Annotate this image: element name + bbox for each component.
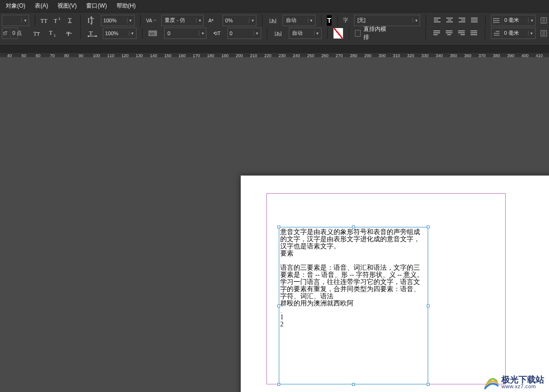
handle-top-right-icon[interactable] [427,225,430,228]
tsume-combo[interactable]: 自动▾ [283,15,315,26]
justify-left-icon[interactable] [431,28,442,39]
justify-right-icon[interactable] [456,28,467,39]
watermark-logo-icon [484,375,499,389]
tracking-combo[interactable]: 0▾ [164,28,206,39]
firstline-indent-field[interactable]: 0 毫米▾ [491,28,536,39]
svg-text:|あ|: |あ| [269,18,276,23]
para-1: 意音文字是由表义的象形符号和表音的声旁组成的文字，汉字是由表形文字进化成的意音文… [280,228,426,250]
svg-rect-15 [148,30,157,36]
tatechuyoko-checkbox[interactable]: 直排内横排 [355,25,389,41]
stroke-none-swatch-icon[interactable] [333,28,343,39]
aki-icon: |あ| [273,28,284,39]
control-panel: ▾ TT T1 T IT 100%▾ VA↔ 量度 - 仿▾ Aª 0 [0,12,549,46]
leading-field-left[interactable]: tT 0 点 [2,28,18,39]
svg-text:Aª: Aª [208,18,214,23]
handle-top-mid-icon[interactable] [352,225,355,228]
aki-combo[interactable]: 自动▾ [289,28,322,39]
subscript-icon[interactable]: T1 [48,28,59,39]
svg-text:1: 1 [59,17,60,20]
charstyle-label: 字 [343,17,348,24]
font-family-combo[interactable]: ▾ [2,15,29,26]
svg-text:T: T [68,17,72,23]
paragraph-align-group [432,15,480,26]
justify-all-icon[interactable] [469,28,479,39]
handle-top-left-icon[interactable] [277,225,280,228]
para-2: 语言的三要素是：语音、词汇和语法，文字的三要素是：音 -- 语音、形 -- 字符… [280,264,426,300]
handle-mid-right-icon[interactable] [427,304,430,307]
handle-bot-right-icon[interactable] [427,383,430,386]
vertical-scale-icon: IT [87,15,96,26]
menu-table[interactable]: 表(A) [30,0,53,11]
baseline-shift-icon: Aª [208,15,218,26]
handle-bot-left-icon[interactable] [277,383,280,386]
svg-text:|あ|: |あ| [274,31,282,36]
blank-line [280,257,426,264]
justify-align-group [431,28,479,39]
menu-bar: 对象(O) 表(A) 视图(V) 窗口(W) 帮助(H) [0,0,549,12]
watermark: 极光下载站 www.xz7.com [484,375,544,389]
left-indent-field[interactable]: 0 毫米▾ [491,15,536,26]
rotate-char-icon: ⟲T [211,28,222,39]
svg-text:VA: VA [146,18,152,23]
more-options-icon[interactable] [540,15,547,26]
svg-text:VA: VA [149,31,155,36]
vertical-scale-field[interactable]: 100%▾ [101,15,135,26]
text-frame-content[interactable]: 意音文字是由表义的象形符号和表音的声旁组成的文字，汉字是由表形文字进化成的意音文… [279,227,428,329]
watermark-url: www.xz7.com [501,384,544,389]
svg-text:Tᴛ: Tᴛ [33,30,40,37]
horizontal-scale-icon: T [87,28,98,39]
text-frame[interactable]: 意音文字是由表义的象形符号和表音的声旁组成的文字，汉字是由表形文字进化成的意音文… [279,227,428,384]
baseline-shift-field[interactable]: 0%▾ [223,15,256,26]
svg-text:↔: ↔ [153,18,157,22]
handle-bot-mid-icon[interactable] [352,383,355,386]
align-right-icon[interactable] [457,15,467,26]
svg-text:T: T [67,30,70,37]
align-left-icon[interactable] [432,15,442,26]
tsume-icon: |あ| [268,15,278,26]
svg-text:tT: tT [3,31,8,36]
menu-object[interactable]: 对象(O) [1,0,30,11]
num-line-1: 1 [280,314,426,321]
underline-icon[interactable]: T [67,15,75,26]
para-1b: 要素 [280,250,426,257]
control-row-2: tT 0 点 Tᴛ T1 T T 100%▾ VA 0▾ ⟲T [0,27,549,39]
svg-text:TT: TT [40,18,48,24]
charstyle-combo[interactable]: [无]▾ [354,15,420,26]
panel-gap [0,46,549,52]
strikethrough-icon[interactable]: T [64,28,75,39]
fill-swatch-icon[interactable]: T [327,15,332,26]
bullet-sep: 。 [280,307,426,314]
align-center-icon[interactable] [444,15,455,26]
num-line-2: 2 [280,321,426,328]
svg-text:T: T [54,18,58,24]
smallcaps-icon[interactable]: Tᴛ [32,28,43,39]
handle-mid-left-icon[interactable] [277,304,280,307]
svg-text:IT: IT [88,17,94,24]
svg-text:T: T [89,29,93,37]
svg-text:1: 1 [54,34,56,37]
more-options2-icon[interactable] [540,28,547,39]
svg-text:⟲T: ⟲T [213,30,221,36]
tatechuyoko-label: 直排内横排 [363,25,389,41]
para-3: 群殴的用为澳洲就西欧阿 [280,300,426,307]
watermark-title: 极光下载站 [501,375,544,384]
superscript-icon[interactable]: T1 [54,15,62,26]
horizontal-scale-field[interactable]: 100%▾ [103,28,137,39]
document-workarea[interactable]: 意音文字是由表义的象形符号和表音的声旁组成的文字，汉字是由表形文字进化成的意音文… [0,57,549,392]
kerning-icon: VA↔ [146,15,157,26]
menu-view[interactable]: 视图(V) [53,0,81,11]
char-rotate-field[interactable]: 0▾ [227,28,261,39]
control-row-1: ▾ TT T1 T IT 100%▾ VA↔ 量度 - 仿▾ Aª 0 [0,14,549,27]
menu-window[interactable]: 窗口(W) [81,0,111,11]
menu-help[interactable]: 帮助(H) [112,0,141,11]
kerning-combo[interactable]: 量度 - 仿▾ [161,15,204,26]
justify-center-icon[interactable] [444,28,454,39]
svg-text:T: T [49,30,53,36]
allcaps-icon[interactable]: TT [40,15,49,26]
tracking-icon: VA [148,28,159,39]
align-justify-full-icon[interactable] [469,15,480,26]
